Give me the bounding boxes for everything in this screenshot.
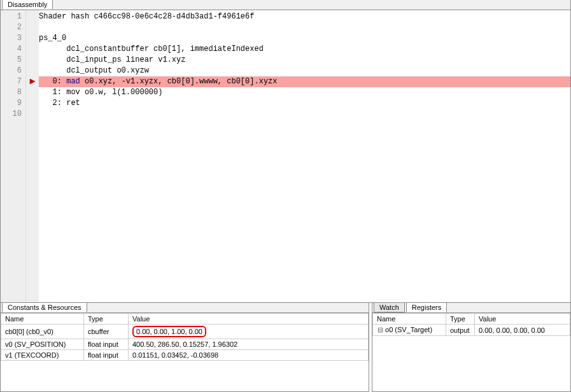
cell-value: 400.50, 286.50, 0.15257, 1.96302: [129, 339, 369, 350]
cell-value: 0.00, 0.00, 0.00, 0.00: [475, 325, 570, 336]
line-number-gutter: 1 2 3 4 5 6 7 8 9 10: [1, 10, 26, 302]
constants-resources-panel: Constants & Resources Name Type Value cb…: [0, 303, 369, 392]
code-line: dcl_output o0.xyzw: [39, 66, 570, 76]
code-line: 1: mov o0.w, l(1.000000): [39, 87, 570, 98]
svg-marker-0: [30, 79, 35, 84]
cell-value: 0.01151, 0.03452, -0.03698: [129, 350, 369, 361]
table-row[interactable]: cb0[0] (cb0_v0) cbuffer 0.00, 0.00, 1.00…: [1, 325, 369, 339]
col-header-value[interactable]: Value: [129, 314, 369, 325]
current-instruction-arrow-icon: [26, 76, 39, 87]
line-number: 9: [1, 98, 22, 109]
tree-expand-icon[interactable]: ⊟: [377, 326, 383, 334]
cell-type: output: [446, 325, 475, 336]
registers-panel: WatchRegisters Name Type Value ⊟ o0 (SV_…: [372, 303, 571, 392]
col-header-name[interactable]: Name: [1, 314, 84, 325]
code-line: [39, 109, 570, 120]
table-row[interactable]: ⊟ o0 (SV_Target) output 0.00, 0.00, 0.00…: [373, 325, 570, 336]
code-line: Shader hash c466cc98-0e6c4c28-d4db3ad1-f…: [39, 11, 570, 22]
code-line: dcl_input_ps linear v1.xyz: [39, 55, 570, 66]
col-header-type[interactable]: Type: [446, 314, 475, 325]
code-line: dcl_constantbuffer cb0[1], immediateInde…: [39, 44, 570, 55]
cell-type: cbuffer: [84, 325, 129, 339]
line-number: 2: [1, 22, 22, 33]
table-row[interactable]: v0 (SV_POSITION) float input 400.50, 286…: [1, 339, 369, 350]
bottom-panels: Constants & Resources Name Type Value cb…: [0, 303, 571, 392]
line-number: 3: [1, 33, 22, 44]
code-area: 1 2 3 4 5 6 7 8 9 10 Shader hash c: [1, 10, 570, 302]
line-number: 7: [1, 76, 22, 87]
cell-name: ⊟ o0 (SV_Target): [373, 325, 446, 336]
cell-name: cb0[0] (cb0_v0): [1, 325, 84, 339]
code-line: 2: ret: [39, 98, 570, 109]
code-line: ps_4_0: [39, 33, 570, 44]
line-number: 1: [1, 11, 22, 22]
line-number: 8: [1, 87, 22, 98]
opcode-mad: mad: [66, 77, 80, 86]
cell-type: float input: [84, 339, 129, 350]
cell-value: 0.00, 0.00, 1.00, 0.00: [129, 325, 369, 339]
code-lines[interactable]: Shader hash c466cc98-0e6c4c28-d4db3ad1-f…: [39, 10, 570, 302]
disassembly-panel: Disassembly 1 2 3 4 5 6 7 8 9 10: [0, 0, 571, 303]
watch-registers-tab-strip: WatchRegisters: [372, 303, 570, 313]
highlighted-value: 0.00, 0.00, 1.00, 0.00: [132, 326, 206, 337]
tab-watch[interactable]: Watch: [374, 302, 405, 312]
line-number: 10: [1, 109, 22, 120]
top-tab-strip: Disassembly: [1, 0, 570, 10]
cell-type: float input: [84, 350, 129, 361]
cell-name: v1 (TEXCOORD): [1, 350, 84, 361]
col-header-type[interactable]: Type: [84, 314, 129, 325]
cell-name: v0 (SV_POSITION): [1, 339, 84, 350]
constants-tab-strip: Constants & Resources: [1, 303, 369, 313]
tab-constants-resources[interactable]: Constants & Resources: [2, 302, 87, 312]
tab-disassembly[interactable]: Disassembly: [2, 0, 53, 10]
registers-table: Name Type Value ⊟ o0 (SV_Target) output …: [372, 313, 570, 336]
execution-marker-column: [26, 10, 39, 302]
constants-table: Name Type Value cb0[0] (cb0_v0) cbuffer …: [1, 313, 369, 361]
line-number: 4: [1, 44, 22, 55]
table-row[interactable]: v1 (TEXCOORD) float input 0.01151, 0.034…: [1, 350, 369, 361]
code-line: [39, 22, 570, 33]
line-number: 5: [1, 55, 22, 66]
line-number: 6: [1, 66, 22, 76]
col-header-value[interactable]: Value: [475, 314, 570, 325]
tab-registers[interactable]: Registers: [406, 302, 447, 312]
code-line-current: 0: mad o0.xyz, -v1.xyzx, cb0[0].wwww, cb…: [39, 76, 570, 87]
col-header-name[interactable]: Name: [373, 314, 446, 325]
